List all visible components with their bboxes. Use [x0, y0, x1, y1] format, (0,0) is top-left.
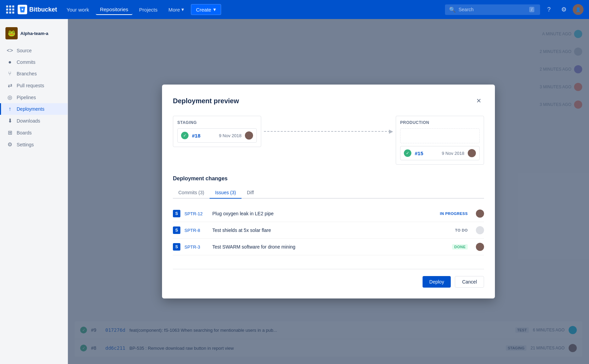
search-icon: 🔍: [449, 6, 456, 13]
project-header: 🐸 Alpha-team-a: [0, 24, 68, 45]
app-switcher[interactable]: [5, 5, 15, 14]
top-navigation: Bitbucket Your work Repositories Project…: [0, 0, 589, 19]
sidebar-item-deployments[interactable]: ↑ Deployments: [0, 103, 68, 115]
issue-key-1[interactable]: SPTR-12: [184, 211, 208, 216]
commits-icon: ●: [6, 59, 13, 65]
tab-issues[interactable]: Issues (3): [210, 187, 241, 199]
issue-status-1: IN PROGRESS: [440, 212, 468, 216]
sidebar-item-branches[interactable]: ⑂ Branches: [0, 68, 68, 79]
issue-title-2: Test shields at 5x solar flare: [212, 228, 451, 233]
issue-row-3: S SPTR-3 Test SWARM software for drone m…: [173, 239, 484, 255]
environments-section: Staging ✓ #18 9 Nov 2018 ▶ Production: [173, 116, 484, 165]
production-status-icon: ✓: [404, 149, 411, 157]
sidebar: 🐸 Alpha-team-a <> Source ● Commits ⑂ Bra…: [0, 19, 68, 364]
issue-type-icon-3: S: [173, 243, 180, 251]
nav-projects[interactable]: Projects: [135, 5, 162, 15]
arrow-icon: ▶: [389, 128, 393, 134]
issue-type-icon-1: S: [173, 210, 180, 217]
page-layout: 🐸 Alpha-team-a <> Source ● Commits ⑂ Bra…: [0, 19, 589, 364]
settings-button[interactable]: ⚙: [558, 3, 570, 16]
production-build[interactable]: ✓ #15 9 Nov 2018: [400, 146, 480, 160]
pipelines-icon: ◎: [6, 94, 13, 101]
project-name: Alpha-team-a: [20, 31, 48, 36]
nav-more[interactable]: More ▾: [164, 4, 188, 15]
keyboard-shortcut: /: [529, 7, 534, 12]
issue-status-3: DONE: [452, 244, 468, 250]
production-build-num: #15: [415, 150, 423, 156]
modal-title: Deployment preview: [173, 97, 239, 105]
staging-build[interactable]: ✓ #18 9 Nov 2018: [177, 128, 257, 143]
deployment-changes: Deployment changes Commits (3) Issues (3…: [173, 176, 484, 255]
staging-status-icon: ✓: [181, 132, 189, 139]
issue-avatar-2: [476, 226, 484, 234]
production-environment: Production ✓ #15 9 Nov 2018: [396, 116, 484, 165]
nav-repositories[interactable]: Repositories: [96, 4, 132, 15]
project-icon: 🐸: [5, 27, 18, 39]
pull-requests-icon: ⇄: [6, 82, 13, 89]
search-input[interactable]: [459, 7, 526, 12]
create-button[interactable]: Create ▾: [191, 4, 221, 15]
issue-key-3[interactable]: SPTR-3: [184, 244, 208, 250]
staging-build-num: #18: [192, 133, 200, 139]
chevron-down-icon: ▾: [181, 6, 184, 13]
production-avatar: [468, 149, 476, 157]
staging-environment: Staging ✓ #18 9 Nov 2018: [173, 116, 261, 147]
modal-header: Deployment preview ✕: [173, 95, 484, 106]
staging-date: 9 Nov 2018: [219, 133, 242, 138]
sidebar-item-pull-requests[interactable]: ⇄ Pull requests: [0, 79, 68, 91]
production-date: 9 Nov 2018: [442, 151, 465, 156]
issue-type-icon-2: S: [173, 226, 180, 234]
issue-avatar-1: [476, 210, 484, 218]
sidebar-item-commits[interactable]: ● Commits: [0, 56, 68, 68]
staging-avatar: [245, 131, 253, 140]
tab-commits[interactable]: Commits (3): [173, 187, 210, 199]
staging-label: Staging: [177, 120, 257, 125]
production-placeholder: [400, 128, 480, 143]
search-bar[interactable]: 🔍 /: [445, 4, 540, 15]
production-label: Production: [400, 120, 480, 125]
issue-row-2: S SPTR-8 Test shields at 5x solar flare …: [173, 222, 484, 239]
downloads-icon: ⬇: [6, 117, 13, 124]
sidebar-item-boards[interactable]: ⊞ Boards: [0, 127, 68, 139]
sidebar-item-settings[interactable]: ⚙ Settings: [0, 139, 68, 150]
issue-key-2[interactable]: SPTR-8: [184, 228, 208, 233]
deployment-preview-modal: Deployment preview ✕ Staging ✓ #18 9 Nov…: [162, 85, 495, 298]
changes-tabs: Commits (3) Issues (3) Diff: [173, 187, 484, 199]
issue-title-1: Plug oxygen leak in LE2 pipe: [212, 211, 436, 216]
help-button[interactable]: ?: [543, 3, 555, 16]
deployment-arrow: ▶: [261, 128, 396, 134]
settings-icon: ⚙: [6, 141, 13, 148]
deployments-icon: ↑: [6, 106, 13, 112]
sidebar-item-source[interactable]: <> Source: [0, 45, 68, 56]
boards-icon: ⊞: [6, 129, 13, 136]
issue-title-3: Test SWARM software for drone mining: [212, 244, 448, 250]
issue-avatar-3: [476, 243, 484, 251]
source-icon: <>: [6, 48, 13, 54]
modal-close-button[interactable]: ✕: [473, 95, 484, 106]
nav-your-work[interactable]: Your work: [63, 5, 93, 15]
branches-icon: ⑂: [6, 71, 13, 77]
chevron-down-icon: ▾: [213, 6, 216, 13]
main-content: A MINUTE AGO 2 MINUTES AGO 2 MINUTES AGO…: [68, 19, 589, 364]
cancel-button[interactable]: Cancel: [455, 276, 484, 288]
sidebar-item-pipelines[interactable]: ◎ Pipelines: [0, 91, 68, 103]
issue-row-1: S SPTR-12 Plug oxygen leak in LE2 pipe I…: [173, 205, 484, 222]
issue-status-2: TO DO: [455, 228, 468, 232]
user-avatar[interactable]: 👤: [573, 4, 584, 15]
logo[interactable]: Bitbucket: [18, 5, 57, 14]
tab-diff[interactable]: Diff: [242, 187, 260, 199]
sidebar-item-downloads[interactable]: ⬇ Downloads: [0, 115, 68, 127]
deploy-button[interactable]: Deploy: [423, 276, 451, 288]
changes-title: Deployment changes: [173, 176, 484, 182]
modal-footer: Deploy Cancel: [173, 269, 484, 288]
